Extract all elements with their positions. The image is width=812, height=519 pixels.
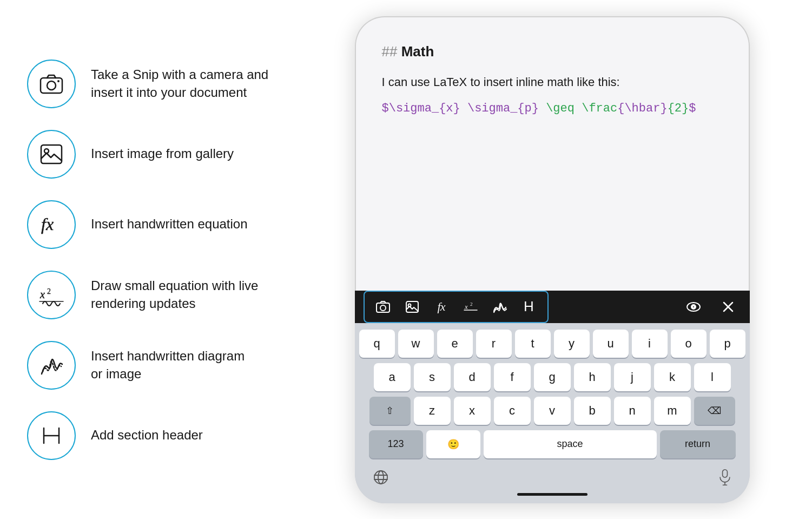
latex-dollar-open: $\sigma_: [382, 102, 439, 115]
key-row-3: ⇧ z x c v b n m ⌫: [359, 397, 745, 425]
key-w[interactable]: w: [398, 330, 434, 358]
phone-area: ## Math I can use LaTeX to insert inline…: [303, 5, 812, 514]
equation-icon-wrap: fx: [27, 200, 76, 249]
key-v[interactable]: v: [534, 397, 571, 425]
header-icon: [38, 423, 64, 449]
key-row-2: a s d f g h j k l: [359, 363, 745, 391]
draw-eq-icon-wrap: x 2: [27, 271, 76, 319]
toolbar-left-group: fx x 2 H: [364, 291, 549, 323]
key-l[interactable]: l: [694, 363, 731, 391]
svg-rect-0: [41, 78, 62, 93]
svg-point-24: [374, 471, 387, 484]
key-q[interactable]: q: [359, 330, 395, 358]
svg-rect-28: [722, 469, 727, 477]
keyboard: q w e r t y u i o p a s d f g h j k: [355, 323, 750, 464]
svg-point-1: [47, 81, 56, 90]
key-d[interactable]: d: [454, 363, 491, 391]
key-p[interactable]: p: [710, 330, 745, 358]
diagram-icon-wrap: [27, 341, 76, 390]
toolbar-close-button[interactable]: [715, 295, 741, 319]
svg-rect-3: [41, 145, 62, 163]
gallery-icon-wrap: [27, 130, 76, 179]
doc-body-text: I can use LaTeX to insert inline math li…: [382, 73, 723, 91]
key-r[interactable]: r: [476, 330, 512, 358]
key-a[interactable]: a: [374, 363, 411, 391]
key-delete[interactable]: ⌫: [694, 397, 735, 425]
feature-draw-eq: x 2 Draw small equation with liverenderi…: [27, 271, 276, 319]
feature-equation: fx Insert handwritten equation: [27, 200, 276, 249]
key-z[interactable]: z: [414, 397, 451, 425]
key-n[interactable]: n: [614, 397, 651, 425]
svg-point-21: [692, 306, 695, 308]
key-shift[interactable]: ⇧: [369, 397, 411, 425]
gallery-icon: [38, 141, 64, 167]
key-u[interactable]: u: [593, 330, 629, 358]
key-f[interactable]: f: [494, 363, 531, 391]
key-y[interactable]: y: [554, 330, 590, 358]
toolbar-image-button[interactable]: [399, 295, 425, 319]
key-i[interactable]: i: [632, 330, 668, 358]
key-row-1: q w e r t y u i o p: [359, 330, 745, 358]
key-row-4: 123 🙂 space return: [359, 430, 745, 458]
mic-icon[interactable]: [717, 469, 732, 488]
svg-point-2: [57, 80, 60, 82]
svg-text:2: 2: [470, 301, 473, 307]
toolbar-preview-button[interactable]: [681, 295, 707, 319]
feature-gallery: Insert image from gallery: [27, 130, 276, 179]
header-label: Add section header: [91, 426, 203, 444]
svg-point-4: [44, 149, 49, 153]
svg-text:x: x: [464, 303, 468, 311]
toolbar-diagram-button[interactable]: [487, 295, 513, 319]
feature-list: Take a Snip with a camera andinsert it i…: [0, 38, 303, 482]
equation-icon: fx: [38, 212, 64, 238]
key-e[interactable]: e: [437, 330, 473, 358]
key-g[interactable]: g: [534, 363, 571, 391]
diagram-label: Insert handwritten diagramor image: [91, 347, 245, 383]
keyboard-toolbar: fx x 2 H: [355, 291, 750, 323]
key-s[interactable]: s: [414, 363, 451, 391]
camera-label: Take a Snip with a camera andinsert it i…: [91, 66, 268, 101]
key-c[interactable]: c: [494, 397, 531, 425]
key-o[interactable]: o: [671, 330, 707, 358]
document-content: ## Math I can use LaTeX to insert inline…: [355, 16, 750, 291]
toolbar-camera-button[interactable]: [370, 295, 396, 319]
key-k[interactable]: k: [654, 363, 691, 391]
feature-header: Add section header: [27, 411, 276, 460]
key-numbers[interactable]: 123: [369, 430, 423, 458]
toolbar-header-button[interactable]: H: [516, 295, 542, 319]
camera-icon-wrap: [27, 60, 76, 108]
svg-text:fx: fx: [41, 214, 54, 234]
key-m[interactable]: m: [654, 397, 691, 425]
key-t[interactable]: t: [515, 330, 551, 358]
svg-point-25: [378, 471, 384, 484]
home-bar: [517, 493, 587, 496]
header-icon-wrap: [27, 411, 76, 460]
key-b[interactable]: b: [574, 397, 611, 425]
key-x[interactable]: x: [454, 397, 491, 425]
svg-text:x: x: [39, 288, 45, 300]
globe-icon[interactable]: [372, 469, 390, 488]
draw-eq-label: Draw small equation with liverendering u…: [91, 277, 258, 312]
key-j[interactable]: j: [614, 363, 651, 391]
svg-text:2: 2: [47, 287, 51, 295]
phone-mockup: ## Math I can use LaTeX to insert inline…: [355, 16, 750, 503]
doc-title: ## Math: [382, 43, 723, 60]
bottom-bar: [355, 464, 750, 493]
toolbar-draw-eq-button[interactable]: x 2: [458, 295, 484, 319]
equation-label: Insert handwritten equation: [91, 215, 248, 233]
svg-rect-14: [406, 301, 418, 312]
diagram-icon: [38, 352, 64, 378]
key-space[interactable]: space: [484, 430, 657, 458]
key-return[interactable]: return: [660, 430, 736, 458]
svg-point-15: [408, 304, 411, 306]
camera-icon: [38, 71, 64, 97]
toolbar-right-group: [681, 295, 741, 319]
draw-eq-icon: x 2: [38, 282, 64, 308]
key-h[interactable]: h: [574, 363, 611, 391]
feature-camera: Take a Snip with a camera andinsert it i…: [27, 60, 276, 108]
latex-equation: $\sigma_{x} \sigma_{p} \geq \frac{\hbar}…: [382, 102, 723, 115]
key-emoji[interactable]: 🙂: [426, 430, 480, 458]
gallery-label: Insert image from gallery: [91, 145, 234, 162]
toolbar-fx-button[interactable]: fx: [428, 295, 454, 319]
doc-title-bold: Math: [401, 43, 434, 60]
